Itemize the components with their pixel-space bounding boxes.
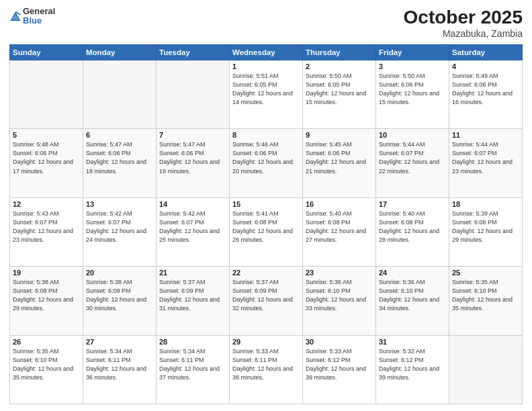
col-tuesday: Tuesday [157,45,230,60]
day-number: 13 [86,200,153,208]
day-info: Sunrise: 5:33 AM Sunset: 6:11 PM Dayligh… [232,347,300,382]
day-number: 17 [379,200,446,208]
calendar-cell: 14Sunrise: 5:42 AM Sunset: 6:07 PM Dayli… [157,197,230,266]
day-number: 22 [232,269,300,277]
day-number: 11 [452,131,519,139]
col-monday: Monday [83,45,157,60]
day-info: Sunrise: 5:47 AM Sunset: 6:06 PM Dayligh… [86,140,153,175]
day-info: Sunrise: 5:34 AM Sunset: 6:11 PM Dayligh… [159,347,226,382]
logo-icon [9,11,21,23]
logo-text: General Blue [23,7,55,26]
calendar-cell [449,335,523,404]
day-info: Sunrise: 5:42 AM Sunset: 6:07 PM Dayligh… [159,210,226,244]
day-number: 9 [306,131,373,139]
day-number: 1 [232,62,300,71]
day-info: Sunrise: 5:38 AM Sunset: 6:08 PM Dayligh… [13,278,80,313]
day-number: 5 [13,131,80,139]
day-info: Sunrise: 5:50 AM Sunset: 6:05 PM Dayligh… [306,72,373,107]
day-number: 16 [306,200,373,208]
calendar-cell: 18Sunrise: 5:39 AM Sunset: 6:08 PM Dayli… [449,197,523,266]
day-number: 15 [232,200,300,208]
day-number: 4 [452,62,519,71]
calendar-cell: 19Sunrise: 5:38 AM Sunset: 6:08 PM Dayli… [10,267,83,335]
calendar-cell: 8Sunrise: 5:46 AM Sunset: 6:06 PM Daylig… [230,129,303,197]
calendar-cell [10,60,83,129]
calendar-cell: 6Sunrise: 5:47 AM Sunset: 6:06 PM Daylig… [83,129,157,197]
day-info: Sunrise: 5:35 AM Sunset: 6:10 PM Dayligh… [13,347,80,382]
title-block: October 2025 Mazabuka, Zambia [404,7,523,39]
week-row-2: 5Sunrise: 5:48 AM Sunset: 6:06 PM Daylig… [10,129,523,197]
logo-general: General [23,7,55,16]
calendar-cell: 30Sunrise: 5:33 AM Sunset: 6:12 PM Dayli… [303,335,376,404]
day-number: 19 [13,269,80,277]
day-number: 23 [306,269,373,277]
day-number: 31 [379,338,446,346]
day-info: Sunrise: 5:40 AM Sunset: 6:08 PM Dayligh… [306,210,373,244]
day-number: 7 [159,131,226,139]
calendar-cell [157,60,230,129]
calendar-cell: 2Sunrise: 5:50 AM Sunset: 6:05 PM Daylig… [303,60,376,129]
month-year-title: October 2025 [404,7,523,28]
calendar-cell: 12Sunrise: 5:43 AM Sunset: 6:07 PM Dayli… [10,197,83,266]
col-wednesday: Wednesday [230,45,303,60]
week-row-5: 26Sunrise: 5:35 AM Sunset: 6:10 PM Dayli… [10,335,523,404]
day-number: 18 [452,200,519,208]
calendar-cell: 24Sunrise: 5:36 AM Sunset: 6:10 PM Dayli… [376,267,449,335]
calendar-cell: 17Sunrise: 5:40 AM Sunset: 6:08 PM Dayli… [376,197,449,266]
day-info: Sunrise: 5:48 AM Sunset: 6:06 PM Dayligh… [13,140,80,175]
calendar-cell: 5Sunrise: 5:48 AM Sunset: 6:06 PM Daylig… [10,129,83,197]
day-info: Sunrise: 5:34 AM Sunset: 6:11 PM Dayligh… [86,347,153,382]
calendar-table: Sunday Monday Tuesday Wednesday Thursday… [9,44,523,404]
day-info: Sunrise: 5:40 AM Sunset: 6:08 PM Dayligh… [379,210,446,244]
day-info: Sunrise: 5:43 AM Sunset: 6:07 PM Dayligh… [13,210,80,244]
day-number: 28 [159,338,226,346]
calendar-page: General Blue October 2025 Mazabuka, Zamb… [0,0,532,411]
calendar-cell: 27Sunrise: 5:34 AM Sunset: 6:11 PM Dayli… [83,335,157,404]
calendar-cell: 20Sunrise: 5:38 AM Sunset: 6:09 PM Dayli… [83,267,157,335]
day-number: 24 [379,269,446,277]
location-subtitle: Mazabuka, Zambia [404,28,523,39]
calendar-cell: 15Sunrise: 5:41 AM Sunset: 6:08 PM Dayli… [230,197,303,266]
day-info: Sunrise: 5:44 AM Sunset: 6:07 PM Dayligh… [452,140,519,175]
day-number: 26 [13,338,80,346]
day-number: 14 [159,200,226,208]
day-info: Sunrise: 5:32 AM Sunset: 6:12 PM Dayligh… [379,347,446,382]
calendar-cell: 22Sunrise: 5:37 AM Sunset: 6:09 PM Dayli… [230,267,303,335]
day-number: 10 [379,131,446,139]
day-info: Sunrise: 5:49 AM Sunset: 6:06 PM Dayligh… [452,72,519,107]
day-number: 8 [232,131,300,139]
day-info: Sunrise: 5:46 AM Sunset: 6:06 PM Dayligh… [232,140,300,175]
day-info: Sunrise: 5:50 AM Sunset: 6:06 PM Dayligh… [379,72,446,107]
calendar-cell: 16Sunrise: 5:40 AM Sunset: 6:08 PM Dayli… [303,197,376,266]
calendar-cell: 21Sunrise: 5:37 AM Sunset: 6:09 PM Dayli… [157,267,230,335]
day-info: Sunrise: 5:42 AM Sunset: 6:07 PM Dayligh… [86,210,153,244]
logo: General Blue [9,7,55,26]
day-info: Sunrise: 5:41 AM Sunset: 6:08 PM Dayligh… [232,210,300,244]
calendar-cell: 25Sunrise: 5:35 AM Sunset: 6:10 PM Dayli… [449,267,523,335]
calendar-cell: 28Sunrise: 5:34 AM Sunset: 6:11 PM Dayli… [157,335,230,404]
day-info: Sunrise: 5:44 AM Sunset: 6:07 PM Dayligh… [379,140,446,175]
calendar-cell: 11Sunrise: 5:44 AM Sunset: 6:07 PM Dayli… [449,129,523,197]
calendar-cell: 29Sunrise: 5:33 AM Sunset: 6:11 PM Dayli… [230,335,303,404]
col-friday: Friday [376,45,449,60]
day-number: 25 [452,269,519,277]
day-number: 21 [159,269,226,277]
day-info: Sunrise: 5:36 AM Sunset: 6:10 PM Dayligh… [306,278,373,313]
calendar-cell: 1Sunrise: 5:51 AM Sunset: 6:05 PM Daylig… [230,60,303,129]
col-saturday: Saturday [449,45,523,60]
day-info: Sunrise: 5:35 AM Sunset: 6:10 PM Dayligh… [452,278,519,313]
calendar-cell: 31Sunrise: 5:32 AM Sunset: 6:12 PM Dayli… [376,335,449,404]
logo-blue: Blue [23,16,55,26]
day-number: 3 [379,62,446,71]
day-info: Sunrise: 5:47 AM Sunset: 6:06 PM Dayligh… [159,140,226,175]
header: General Blue October 2025 Mazabuka, Zamb… [9,7,523,39]
week-row-3: 12Sunrise: 5:43 AM Sunset: 6:07 PM Dayli… [10,197,523,266]
day-number: 6 [86,131,153,139]
week-row-4: 19Sunrise: 5:38 AM Sunset: 6:08 PM Dayli… [10,267,523,335]
day-number: 2 [306,62,373,71]
day-number: 12 [13,200,80,208]
day-info: Sunrise: 5:39 AM Sunset: 6:08 PM Dayligh… [452,210,519,244]
day-info: Sunrise: 5:37 AM Sunset: 6:09 PM Dayligh… [232,278,300,313]
day-number: 29 [232,338,300,346]
col-sunday: Sunday [10,45,83,60]
